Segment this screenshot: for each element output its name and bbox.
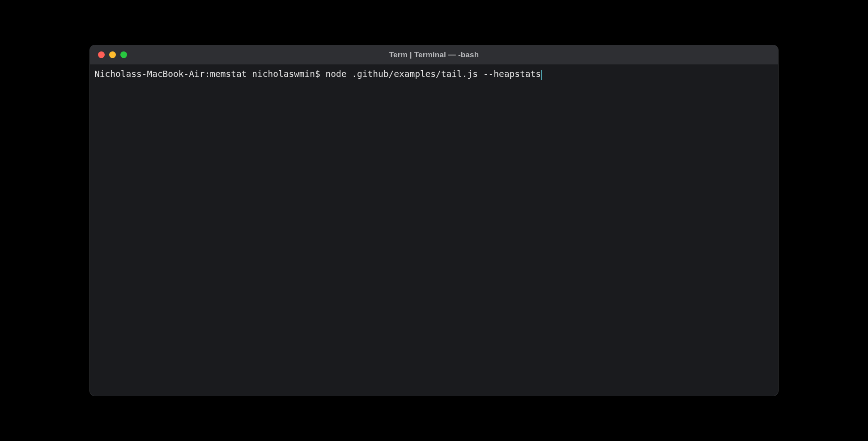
- terminal-prompt: Nicholass-MacBook-Air:memstat nicholaswm…: [94, 69, 326, 79]
- titlebar[interactable]: Term | Terminal — -bash: [90, 45, 778, 65]
- minimize-button[interactable]: [109, 51, 116, 58]
- zoom-button[interactable]: [120, 51, 127, 58]
- cursor-icon: [541, 70, 542, 80]
- terminal-body[interactable]: Nicholass-MacBook-Air:memstat nicholaswm…: [90, 65, 778, 396]
- traffic-lights: [90, 51, 127, 58]
- terminal-command: node .github/examples/tail.js --heapstat…: [326, 69, 541, 79]
- close-button[interactable]: [98, 51, 105, 58]
- window-title: Term | Terminal — -bash: [90, 51, 778, 59]
- terminal-window: Term | Terminal — -bash Nicholass-MacBoo…: [89, 45, 779, 396]
